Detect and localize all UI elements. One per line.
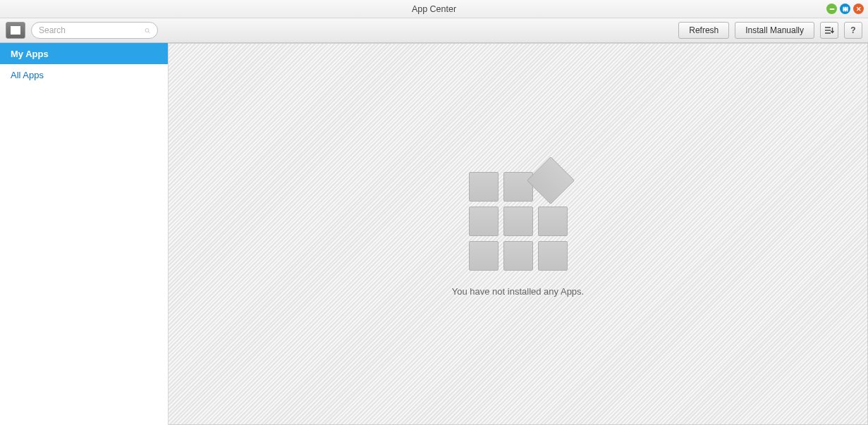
svg-rect-1 [11,26,14,35]
tile-icon [469,207,499,236]
toolbar: Refresh Install Manually ? [0,18,868,43]
tile-icon [538,207,568,236]
titlebar: App Center [0,0,868,18]
help-button[interactable]: ? [844,22,862,39]
sidebar-item-all-apps[interactable]: All Apps [0,64,168,85]
install-manually-button[interactable]: Install Manually [735,22,814,39]
diamond-tile-icon [527,156,575,204]
tile-icon [469,172,499,202]
search-field[interactable] [31,22,158,39]
tile-icon [469,241,499,271]
sidebar-item-label: All Apps [11,70,44,80]
sort-icon [824,26,834,35]
empty-state-message: You have not installed any Apps. [452,286,584,297]
maximize-icon[interactable] [840,4,850,14]
sidebar: My Apps All Apps [0,43,169,425]
tile-icon [503,241,533,271]
tile-icon [538,241,568,271]
sidebar-toggle-button[interactable] [6,22,25,39]
sort-button[interactable] [820,22,838,39]
help-icon: ? [850,25,855,35]
main-content: You have not installed any Apps. [169,43,868,425]
tile-icon [503,207,533,236]
search-icon [145,26,150,35]
minimize-icon[interactable] [826,4,837,14]
refresh-button[interactable]: Refresh [678,22,729,39]
tile-icon [503,172,533,202]
sidebar-item-label: My Apps [11,49,49,59]
window-title: App Center [412,4,456,14]
panel-icon [11,26,20,35]
close-icon[interactable] [853,4,864,14]
svg-line-3 [149,32,150,33]
search-input[interactable] [39,25,145,35]
window-controls [826,0,864,18]
empty-state-graphic [469,172,568,271]
sidebar-item-my-apps[interactable]: My Apps [0,43,168,64]
